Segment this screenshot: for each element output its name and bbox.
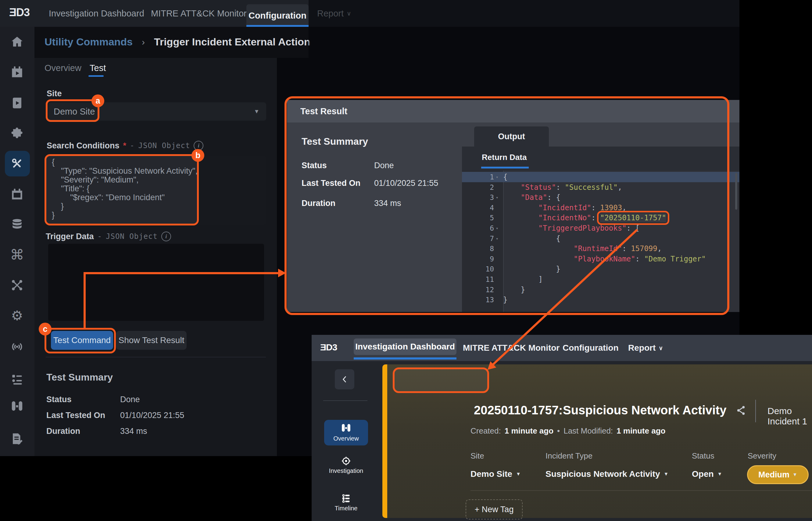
annotation-line — [84, 273, 86, 329]
side-item-overview[interactable]: Overview — [324, 420, 368, 446]
database-icon[interactable] — [8, 216, 26, 233]
nav-item-label: Report — [628, 343, 656, 353]
info-icon[interactable]: i — [161, 231, 171, 241]
nav-item-configuration[interactable]: Configuration — [246, 4, 309, 27]
chevron-down-icon: ▼ — [254, 108, 260, 115]
created-label: Created: — [470, 426, 501, 436]
command-icon[interactable]: ⌘ — [8, 246, 26, 263]
hint-dash: - — [130, 141, 134, 150]
hint-dash: - — [97, 232, 102, 241]
field-label-severity: Severity — [748, 451, 776, 461]
incident-nav-report[interactable]: Report∨ — [628, 335, 663, 361]
scrollbar[interactable] — [735, 173, 737, 210]
breadcrumb-utility-commands[interactable]: Utility Commands — [45, 36, 133, 48]
divider — [470, 490, 812, 491]
divider — [755, 400, 756, 422]
severity-stripe — [382, 364, 387, 518]
integrations-puzzle-icon[interactable] — [8, 124, 26, 141]
summary-value-status: Done — [120, 395, 140, 404]
annotation-line — [84, 272, 278, 274]
tasks-icon[interactable] — [8, 371, 26, 388]
annotation-box-modal — [285, 96, 729, 315]
chevron-left-icon — [341, 375, 349, 384]
side-item-investigation[interactable]: Investigation — [324, 452, 368, 478]
created-value: 1 minute ago — [505, 426, 553, 436]
summary-value-last-tested-on: 01/10/2025 21:55 — [120, 411, 184, 420]
search-conditions-label-row: Search Conditions * - JSON Object i — [47, 141, 203, 151]
field-label-incident-type: Incident Type — [546, 451, 592, 461]
trigger-data-label-row: Trigger Data - JSON Object i — [46, 231, 171, 241]
tab-test[interactable]: Test — [90, 63, 106, 73]
required-asterisk: * — [123, 141, 127, 151]
tab-overview[interactable]: Overview — [45, 63, 82, 73]
breadcrumb: Utility Commands › Trigger Incident Exte… — [45, 36, 310, 48]
calendar-icon[interactable] — [8, 185, 26, 203]
chevron-down-icon: ∨ — [659, 345, 663, 352]
new-tag-button[interactable]: + New Tag — [466, 499, 523, 519]
api-gear-icon[interactable]: ⚙ — [8, 307, 26, 324]
chevron-down-icon: ▼ — [718, 471, 722, 477]
report-editor-icon[interactable] — [8, 430, 26, 447]
side-item-label: Investigation — [329, 467, 363, 474]
share-nodes-icon[interactable] — [8, 277, 26, 294]
summary-label-duration: Duration — [46, 427, 80, 436]
screenshot-root: ƎD3 Investigation DashboardMITRE ATT&CK … — [0, 0, 812, 521]
binoculars-icon — [341, 424, 351, 434]
modified-value: 1 minute ago — [617, 426, 665, 436]
tab-test-underline — [88, 75, 104, 77]
incident-nav-investigation-dashboard[interactable]: Investigation Dashboard — [354, 339, 457, 355]
investigation-dashboard-panel: ƎD3 Investigation DashboardMITRE ATT&CK … — [312, 335, 812, 521]
modified-label: Last Modified: — [564, 426, 613, 436]
chevron-down-icon: ▼ — [516, 471, 521, 477]
trigger-data-input[interactable] — [48, 244, 264, 321]
field-label-site: Site — [470, 451, 484, 461]
divider — [323, 400, 368, 401]
nav-item-label: Configuration — [563, 343, 619, 353]
side-item-timeline[interactable]: Timeline — [324, 490, 368, 515]
active-tab-underline — [354, 357, 457, 360]
d3-logo[interactable]: ƎD3 — [9, 6, 29, 19]
home-icon[interactable] — [8, 33, 26, 50]
form-test-summary-title: Test Summary — [46, 372, 113, 383]
incident-nav-configuration[interactable]: Configuration — [563, 335, 619, 361]
active-nav-underline — [246, 25, 309, 27]
side-item-label: Overview — [333, 435, 358, 442]
annotation-box-a — [46, 99, 100, 122]
incident-panel-top-nav: ƎD3 Investigation DashboardMITRE ATT&CK … — [312, 335, 812, 361]
utility-tools-icon[interactable] — [8, 155, 26, 172]
share-icon[interactable] — [736, 405, 746, 416]
summary-label-status: Status — [46, 395, 72, 404]
collapse-sidebar-button[interactable] — [335, 369, 354, 389]
incident-name[interactable]: Demo Incident 1 — [767, 406, 812, 427]
field-dropdown-site[interactable]: Demo Site▼ — [470, 469, 521, 479]
json-object-hint: JSON Object — [106, 232, 158, 241]
field-label-status: Status — [692, 451, 715, 461]
summary-label-last-tested-on: Last Tested On — [46, 411, 105, 420]
search-conditions-json[interactable]: { "Type": "Suspicious Network Activity",… — [52, 158, 198, 220]
show-test-result-button[interactable]: Show Test Result — [116, 331, 186, 350]
nav-item-label: Configuration — [248, 11, 306, 21]
nav-item-label: Investigation Dashboard — [355, 342, 455, 352]
field-dropdown-incident-type[interactable]: Suspicious Network Activity▼ — [546, 469, 668, 479]
calendar-play-icon[interactable] — [8, 63, 26, 81]
field-value-site: Demo Site — [470, 469, 512, 479]
breadcrumb-current: Trigger Incident External Action — [154, 36, 310, 48]
signal-icon[interactable] — [8, 338, 26, 355]
d3-logo[interactable]: ƎD3 — [320, 342, 337, 353]
severity-pill[interactable]: Medium▼ — [747, 465, 809, 484]
modal-backdrop — [309, 0, 740, 58]
search-conditions-label: Search Conditions — [47, 141, 119, 151]
binoculars-icon[interactable] — [8, 399, 26, 415]
annotation-box-c — [45, 328, 116, 354]
target-icon — [341, 456, 351, 466]
playbook-icon[interactable] — [8, 94, 26, 112]
nav-item-mitre-att-ck-monitor[interactable]: MITRE ATT&CK Monitor — [151, 0, 247, 27]
divider — [46, 357, 266, 357]
incident-number: 20250110-1757: — [474, 403, 563, 417]
summary-value-duration: 334 ms — [120, 427, 147, 436]
incident-title: Suspicious Network Activity — [563, 403, 726, 417]
annotation-badge-a: a — [91, 94, 104, 107]
left-sidebar: ⌘⚙ — [0, 27, 35, 456]
nav-item-investigation-dashboard[interactable]: Investigation Dashboard — [49, 0, 144, 27]
field-dropdown-status[interactable]: Open▼ — [692, 469, 722, 479]
